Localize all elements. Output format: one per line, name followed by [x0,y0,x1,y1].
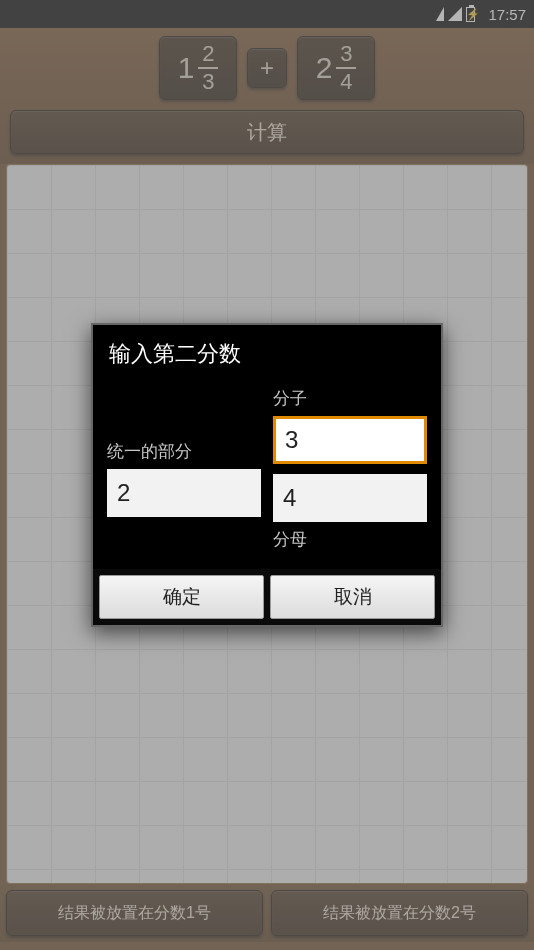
ok-button[interactable]: 确定 [99,575,264,619]
denominator-label: 分母 [273,528,427,551]
cancel-label: 取消 [334,584,372,610]
whole-input[interactable] [107,469,261,517]
numerator-input[interactable] [273,416,427,464]
denominator-input[interactable] [273,474,427,522]
whole-label: 统一的部分 [107,440,261,463]
ok-label: 确定 [163,584,201,610]
numerator-label: 分子 [273,387,427,410]
input-fraction-dialog: 输入第二分数 统一的部分 分子 分母 确定 取消 [91,323,443,627]
modal-overlay[interactable]: 输入第二分数 统一的部分 分子 分母 确定 取消 [0,0,534,950]
cancel-button[interactable]: 取消 [270,575,435,619]
dialog-title: 输入第二分数 [93,325,441,379]
